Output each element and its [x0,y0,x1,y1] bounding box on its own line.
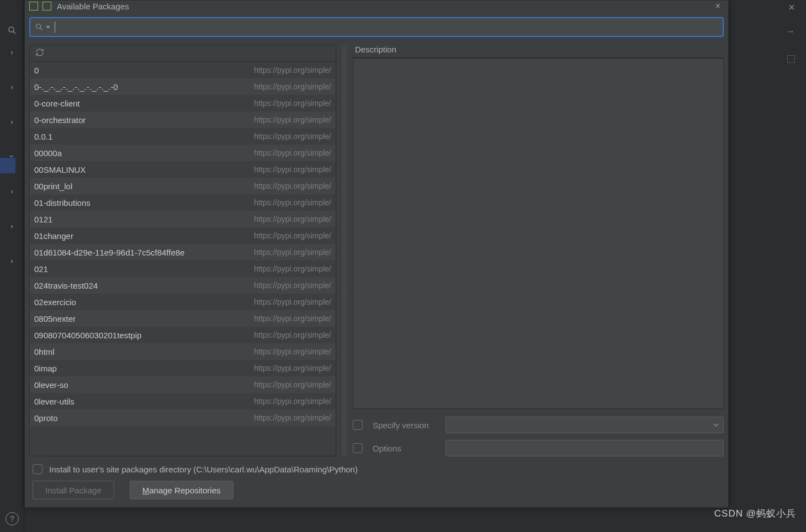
package-repo: https://pypi.org/simple/ [254,397,331,406]
package-name: 0html [34,347,250,357]
chevron-right-icon[interactable]: › [10,187,13,195]
options-input[interactable] [446,440,724,456]
package-row[interactable]: 01changerhttps://pypi.org/simple/ [30,227,336,244]
package-toolbar [30,45,336,62]
watermark: CSDN @蚂蚁小兵 [714,507,796,520]
package-row[interactable]: 02exerciciohttps://pypi.org/simple/ [30,294,336,310]
package-row[interactable]: 0121https://pypi.org/simple/ [30,211,336,227]
package-repo: https://pypi.org/simple/ [254,182,331,190]
dialog-title: Available Packages [57,2,129,11]
package-name: 0121 [34,215,250,224]
package-row[interactable]: 021https://pypi.org/simple/ [30,260,336,277]
search-input[interactable] [59,23,718,32]
chevron-right-icon[interactable]: › [10,222,13,230]
specify-version-checkbox[interactable] [353,420,363,430]
package-row[interactable]: 01-distributionshttps://pypi.org/simple/ [30,194,336,211]
tree-arrows: › › › › › › › [10,48,13,265]
tree-selection-highlight [0,158,15,173]
install-package-label: Install Package [45,486,102,495]
package-repo: https://pypi.org/simple/ [254,314,331,323]
package-name: 024travis-test024 [34,281,250,290]
window-close-icon[interactable]: × [788,1,795,14]
install-user-checkbox[interactable] [33,464,43,474]
manage-repositories-button[interactable]: Manage Repositories [130,481,234,499]
package-row[interactable]: 0https://pypi.org/simple/ [30,62,336,78]
package-row[interactable]: 0-core-clienthttps://pypi.org/simple/ [30,95,336,111]
help-icon[interactable]: ? [6,512,19,525]
package-search-field[interactable] [29,17,724,37]
package-repo: https://pypi.org/simple/ [254,347,331,356]
package-repo: https://pypi.org/simple/ [254,231,331,240]
package-repo: https://pypi.org/simple/ [254,165,331,174]
package-repo: https://pypi.org/simple/ [254,364,331,373]
package-name: 0805nexter [34,314,250,323]
package-name: 0.0.1 [34,132,250,141]
package-row[interactable]: 0-._.-._.-._.-._.-._.-._.-0https://pypi.… [30,78,336,95]
package-repo: https://pypi.org/simple/ [254,413,331,422]
package-row[interactable]: 0protohttps://pypi.org/simple/ [30,409,336,426]
splitter[interactable] [342,45,347,456]
package-row[interactable]: 0805nexterhttps://pypi.org/simple/ [30,310,336,327]
options-checkbox[interactable] [353,443,363,453]
package-name: 0lever-so [34,380,250,390]
package-row[interactable]: 0.0.1https://pypi.org/simple/ [30,128,336,145]
text-caret [55,22,55,33]
package-row[interactable]: 0lever-utilshttps://pypi.org/simple/ [30,393,336,409]
ide-left-gutter: › › › › › › › [0,0,24,532]
package-name: 00000a [34,148,250,158]
specify-version-row: Specify version [353,417,724,433]
specify-version-label: Specify version [373,421,436,430]
package-name: 0proto [34,413,250,423]
chevron-right-icon[interactable]: › [10,83,13,91]
package-name: 0imap [34,364,250,373]
package-list[interactable]: 0https://pypi.org/simple/0-._.-._.-._.-.… [30,62,336,456]
ide-right-gutter: × → [729,0,806,532]
package-name: 00SMALINUX [34,165,250,174]
package-row[interactable]: 0imaphttps://pypi.org/simple/ [30,360,336,376]
package-row[interactable]: 00print_lolhttps://pypi.org/simple/ [30,178,336,194]
package-name: 090807040506030201testpip [34,331,250,340]
package-repo: https://pypi.org/simple/ [254,115,331,124]
chevron-right-icon[interactable]: › [10,257,13,265]
package-row[interactable]: 024travis-test024https://pypi.org/simple… [30,277,336,294]
available-packages-dialog: Available Packages × 0https://pypi.org/s… [24,0,729,508]
package-row[interactable]: 0-orchestratorhttps://pypi.org/simple/ [30,111,336,128]
package-row[interactable]: 090807040506030201testpiphttps://pypi.or… [30,327,336,343]
package-name: 01changer [34,231,250,241]
refresh-icon[interactable] [35,48,44,58]
package-name: 0-orchestrator [34,115,250,125]
package-row[interactable]: 00SMALINUXhttps://pypi.org/simple/ [30,161,336,178]
package-name: 0-core-client [34,99,250,108]
search-options-dropdown-icon[interactable] [46,26,50,29]
chevron-right-icon[interactable]: › [10,118,13,126]
package-repo: https://pypi.org/simple/ [254,281,331,290]
package-row[interactable]: 0htmlhttps://pypi.org/simple/ [30,343,336,360]
svg-point-0 [9,27,14,32]
package-repo: https://pypi.org/simple/ [254,248,331,257]
package-name: 01d61084-d29e-11e9-96d1-7c5cf84ffe8e [34,248,250,257]
dialog-titlebar: Available Packages × [25,1,728,12]
arrow-right-icon[interactable]: → [786,26,795,36]
description-label: Description [353,45,724,58]
install-package-button[interactable]: Install Package [33,481,114,499]
package-row[interactable]: 00000ahttps://pypi.org/simple/ [30,145,336,161]
package-name: 0-._.-._.-._.-._.-._.-._.-0 [34,82,250,92]
package-row[interactable]: 0lever-sohttps://pypi.org/simple/ [30,376,336,393]
package-name: 00print_lol [34,182,250,191]
package-repo: https://pypi.org/simple/ [254,331,331,339]
close-icon[interactable]: × [712,0,724,12]
svg-line-3 [40,28,42,30]
package-row[interactable]: 01d61084-d29e-11e9-96d1-7c5cf84ffe8ehttp… [30,244,336,260]
package-repo: https://pypi.org/simple/ [254,264,331,273]
ide-search-icon[interactable] [7,25,17,37]
package-name: 0 [34,66,250,75]
package-repo: https://pypi.org/simple/ [254,380,331,389]
chevron-right-icon[interactable]: › [10,48,13,56]
dialog-button-row: Install Package Manage Repositories [25,481,728,507]
description-body [353,58,724,409]
package-name: 01-distributions [34,198,250,208]
package-repo: https://pypi.org/simple/ [254,198,331,207]
package-name: 021 [34,264,250,274]
description-panel: Description Specify version Options [353,45,724,456]
version-combo[interactable] [446,417,724,433]
